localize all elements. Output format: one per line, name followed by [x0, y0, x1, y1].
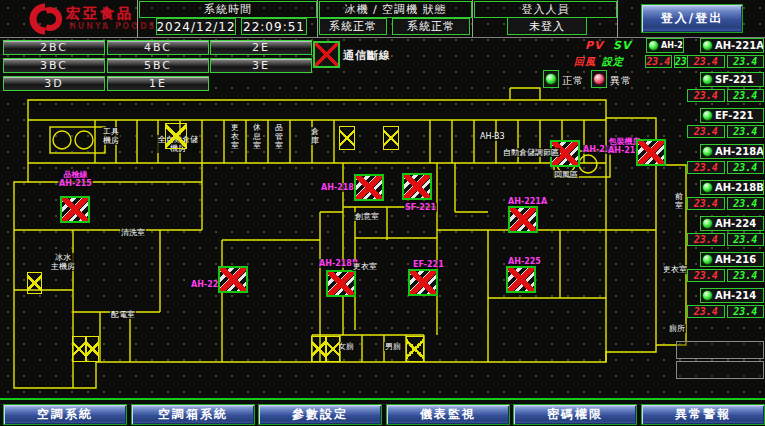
comm-fail-icon-ah-226[interactable]	[218, 266, 248, 293]
equip-values-ah-214: 23.423.4	[687, 305, 764, 318]
sv-value: 23.4	[727, 125, 765, 138]
x-cell-icon	[326, 336, 341, 362]
room-label: 男廁	[384, 342, 402, 351]
equip-ah-224[interactable]: AH-224	[700, 216, 764, 231]
sv-value: 23.4	[727, 55, 765, 68]
stairs-icon	[311, 336, 340, 362]
equip-values-ah-224: 23.423.4	[687, 233, 764, 246]
sv-value: 23.4	[727, 305, 765, 318]
equip-name: SF-221	[715, 74, 754, 85]
spare-slot	[676, 361, 764, 379]
stairs-icon	[165, 123, 187, 149]
comm-fail-icon-ah-218a[interactable]	[354, 174, 384, 201]
sv-value: 23.4	[727, 233, 765, 246]
pv-value: 23.4	[687, 89, 725, 102]
equip-name: EF-221	[715, 110, 753, 121]
equip-name: AH-218B	[715, 182, 764, 193]
pv-value: 23.4	[645, 55, 672, 68]
room-label: 品管室	[274, 123, 284, 150]
equip-values-ef-221: 23.423.4	[687, 125, 764, 138]
bottom-button-meter-monitor[interactable]: 儀表監視	[386, 404, 510, 425]
equip-ah-216[interactable]: AH-216	[700, 252, 764, 267]
map-equip-label: AH-221A	[507, 197, 548, 206]
status-led-icon	[702, 182, 713, 193]
equip-values-ah-216: 23.423.4	[687, 269, 764, 282]
equip-name: AH-214	[715, 290, 756, 301]
equip-ah-218a[interactable]: AH-218A	[700, 144, 764, 159]
room-label: AH-B3	[479, 132, 506, 141]
status-led-icon	[648, 40, 659, 51]
comm-fail-icon-ah-225[interactable]	[506, 266, 536, 293]
equip-values-ah-218b: 23.423.4	[687, 197, 764, 210]
room-label: 工具機房	[102, 127, 120, 145]
room-label: 更衣室	[230, 123, 240, 150]
x-cell-icon	[311, 336, 326, 362]
pv-value: 23.4	[687, 197, 725, 210]
equip-name: AH-218A	[715, 146, 764, 157]
equip-name: AH-221A	[715, 40, 764, 51]
room-label: 廁所	[668, 324, 686, 333]
equip-ah-218b[interactable]: AH-218B	[700, 180, 764, 195]
room-label: 倉庫	[310, 127, 320, 145]
map-equip-label: SF-221	[404, 203, 437, 212]
x-cell-icon	[165, 123, 187, 149]
pv-value: 23.4	[687, 233, 725, 246]
status-led-icon	[702, 218, 713, 229]
map-equip-label: AH-225	[507, 257, 542, 266]
equip-ah-214[interactable]: AH-214	[700, 288, 764, 303]
bottom-button-abnormal-alarm[interactable]: 異常警報	[641, 404, 765, 425]
status-led-icon	[702, 40, 713, 51]
x-cell-icon	[383, 126, 399, 150]
pv-value: 23.4	[687, 55, 725, 68]
pv-value: 23.4	[687, 161, 725, 174]
sv-value: 23.4	[727, 89, 765, 102]
room-label: 回風區	[553, 170, 579, 179]
comm-fail-icon-ah-218b[interactable]	[326, 270, 356, 297]
bottom-button-password-permission[interactable]: 密碼權限	[513, 404, 637, 425]
status-led-icon	[702, 146, 713, 157]
comm-fail-icon-ah-216[interactable]	[636, 139, 666, 166]
x-cell-icon	[406, 336, 424, 362]
x-cell-icon	[72, 336, 86, 362]
pv-value: 23.4	[687, 125, 725, 138]
equip-values-sf-221: 23.423.4	[687, 89, 764, 102]
pv-value: 23.4	[687, 269, 725, 282]
equip-sf-221[interactable]: SF-221	[700, 72, 764, 87]
comm-fail-icon-ah-215[interactable]	[60, 196, 90, 223]
equip-ah-225[interactable]: AH-225	[646, 38, 684, 53]
hvac-hmi-screen: 宏亞食品 HUNYA FOODS 系統時間 冰機 / 空調機 狀態 登入人員 2…	[0, 0, 765, 426]
x-cell-icon	[27, 272, 42, 294]
sv-value: 23.4	[727, 197, 765, 210]
room-label: 更衣室	[662, 265, 688, 274]
x-cell-icon	[86, 336, 100, 362]
room-label: 自動倉儲調節區	[502, 148, 560, 157]
comm-fail-icon-ef-221[interactable]	[408, 269, 438, 296]
room-label: 創意室	[354, 212, 380, 221]
map-equip-label: 品檢線AH-215	[58, 170, 93, 188]
status-led-icon	[702, 290, 713, 301]
stairs-icon	[27, 272, 42, 294]
room-label: 冰水主機房	[50, 253, 76, 271]
stairs-icon	[72, 336, 99, 362]
comm-fail-icon-sf-221[interactable]	[402, 173, 432, 200]
room-label: 配電室	[110, 310, 136, 319]
stairs-icon	[339, 126, 355, 150]
spare-slot	[676, 341, 764, 359]
equip-name: AH-216	[715, 254, 756, 265]
status-led-icon	[702, 74, 713, 85]
bottom-button-ahu-system[interactable]: 空調箱系統	[131, 404, 255, 425]
comm-fail-icon-ah-221a[interactable]	[508, 206, 538, 233]
bottom-button-parameter-settings[interactable]: 參數設定	[258, 404, 382, 425]
equip-ah-221a[interactable]: AH-221A	[700, 38, 764, 53]
stairs-icon	[383, 126, 399, 150]
equip-values-ah-218a: 23.423.4	[687, 161, 764, 174]
room-label: 休息室	[252, 123, 262, 150]
room-label: 清洗室	[120, 228, 146, 237]
equip-values-ah-221a: 23.423.4	[687, 55, 764, 68]
room-label: 更衣室	[352, 262, 378, 271]
bottom-button-hvac-system[interactable]: 空調系統	[3, 404, 127, 425]
pv-value: 23.4	[687, 305, 725, 318]
equip-ef-221[interactable]: EF-221	[700, 108, 764, 123]
equip-name: AH-225	[661, 41, 684, 50]
stairs-icon	[406, 336, 424, 362]
